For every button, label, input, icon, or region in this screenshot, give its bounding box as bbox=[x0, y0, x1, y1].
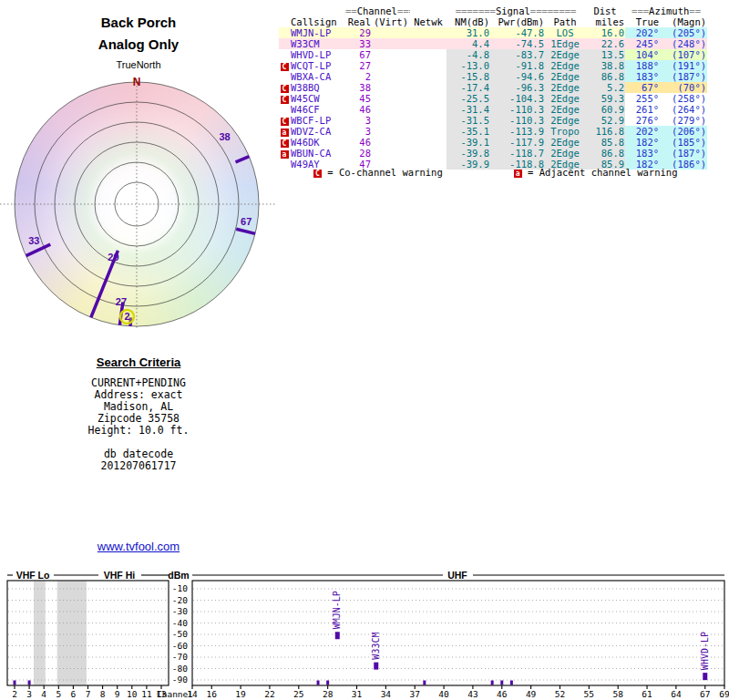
distance-cell: 85.8 bbox=[585, 137, 625, 148]
azimuth-magn-cell: (187°) bbox=[660, 148, 707, 159]
x-tick-label: 34 bbox=[381, 689, 392, 699]
x-tick-label: 69 bbox=[719, 689, 729, 699]
power-cell: -96.3 bbox=[490, 82, 545, 93]
search-criteria-line: 201207061717 bbox=[0, 460, 277, 472]
x-tick-label: 9 bbox=[115, 689, 120, 699]
warning-cell: C bbox=[279, 82, 290, 93]
azimuth-true-cell: 182° bbox=[625, 137, 660, 148]
search-criteria: Search Criteria CURRENT+PENDINGAddress: … bbox=[0, 355, 277, 472]
channel-real-cell: 29 bbox=[344, 27, 372, 38]
below-floor-marker bbox=[28, 681, 31, 685]
callsign-link[interactable]: WBCF-LP bbox=[290, 115, 344, 126]
x-tick-label: 3 bbox=[26, 689, 32, 699]
channel-real-cell: 46 bbox=[344, 137, 372, 148]
radar-plot: N38673329272 bbox=[0, 0, 282, 346]
path-cell: 2Edge bbox=[545, 148, 585, 159]
channel-real-cell: 67 bbox=[344, 49, 372, 60]
callsign-link[interactable]: WBXA-CA bbox=[290, 71, 344, 82]
network-cell bbox=[410, 104, 447, 115]
channel-real-cell: 45 bbox=[344, 93, 372, 104]
path-cell: 2Edge bbox=[545, 60, 585, 71]
legend-adjacent-text: = Adjacent channel warning bbox=[528, 167, 677, 178]
path-cell: LOS bbox=[545, 27, 585, 38]
power-cell: -118.7 bbox=[490, 148, 545, 159]
callsign-link[interactable]: W45CW bbox=[290, 93, 344, 104]
callsign-link[interactable]: WHVD-LP bbox=[290, 49, 344, 60]
azimuth-magn-cell: (107°) bbox=[660, 49, 707, 60]
noise-margin-cell: -13.0 bbox=[447, 60, 490, 71]
callsign-link[interactable]: WBUN-CA bbox=[290, 148, 344, 159]
power-cell: -91.8 bbox=[490, 60, 545, 71]
col-path: Path bbox=[545, 16, 585, 27]
noise-margin-cell: -31.5 bbox=[447, 115, 490, 126]
station-channel-label: 27 bbox=[116, 296, 127, 307]
station-table: ==Channel=== =======Signal======== Dist … bbox=[279, 5, 707, 170]
warning-cell: a bbox=[279, 126, 290, 137]
tvfool-link[interactable]: www.tvfool.com bbox=[98, 540, 180, 553]
callsign-link[interactable]: WCQT-LP bbox=[290, 60, 344, 71]
noise-margin-cell: -39.8 bbox=[447, 148, 490, 159]
distance-cell: 22.6 bbox=[585, 38, 625, 49]
noise-margin-cell: -35.1 bbox=[447, 126, 490, 137]
adjacent-channel-warning-icon: a bbox=[281, 129, 289, 137]
power-cell: -110.3 bbox=[490, 115, 545, 126]
band-label-vhf-lo: VHF Lo bbox=[16, 570, 50, 581]
vhf-shaded-band bbox=[57, 582, 87, 685]
adjacent-channel-warning-icon: a bbox=[514, 170, 522, 178]
vhf-shaded-band bbox=[34, 582, 46, 685]
azimuth-true-cell: 67° bbox=[625, 82, 660, 93]
x-tick-label: 55 bbox=[584, 689, 594, 699]
co-channel-warning-icon: C bbox=[281, 63, 289, 71]
uhf-panel-bg bbox=[192, 581, 724, 685]
channel-virt-cell bbox=[372, 71, 410, 82]
radar-ring bbox=[95, 162, 179, 246]
y-tick-label: -70 bbox=[172, 652, 188, 662]
path-cell: 2Edge bbox=[545, 137, 585, 148]
channel-real-cell: 28 bbox=[344, 148, 372, 159]
network-cell bbox=[410, 82, 447, 93]
y-tick-label: -20 bbox=[172, 595, 188, 605]
station-marker-67 bbox=[236, 229, 255, 233]
path-cell: 2Edge bbox=[545, 82, 585, 93]
callsign-link[interactable]: W33CM bbox=[290, 38, 344, 49]
x-tick-label: 25 bbox=[293, 689, 303, 699]
station-channel-label: 67 bbox=[241, 216, 252, 227]
station-channel-label: 2 bbox=[124, 311, 129, 322]
col-real: Real bbox=[344, 16, 372, 27]
callsign-link[interactable]: WDVZ-CA bbox=[290, 126, 344, 137]
power-cell: -47.8 bbox=[490, 27, 545, 38]
y-tick-label: -60 bbox=[172, 641, 188, 651]
x-tick-label: 49 bbox=[526, 689, 537, 699]
warning-cell: C bbox=[279, 115, 290, 126]
x-tick-label: 10 bbox=[127, 689, 138, 699]
azimuth-true-cell: 202° bbox=[625, 27, 660, 38]
path-cell: 2Edge bbox=[545, 71, 585, 82]
callsign-link[interactable]: W38BQ bbox=[290, 82, 344, 93]
channel-real-cell: 46 bbox=[344, 104, 372, 115]
channel-virt-cell bbox=[372, 60, 410, 71]
callsign-link[interactable]: W46CF bbox=[290, 104, 344, 115]
callsign-link[interactable]: W46DK bbox=[290, 137, 344, 148]
azimuth-magn-cell: (187°) bbox=[660, 71, 707, 82]
azimuth-magn-cell: (191°) bbox=[660, 60, 707, 71]
col-magn: (Magn) bbox=[660, 16, 707, 27]
x-tick-label: 5 bbox=[56, 689, 61, 699]
warning-cell bbox=[279, 38, 290, 49]
network-cell bbox=[410, 115, 447, 126]
distance-cell: 13.5 bbox=[585, 49, 625, 60]
x-tick-label: 28 bbox=[323, 689, 334, 699]
callsign-link[interactable]: WMJN-LP bbox=[290, 27, 344, 38]
channel-virt-cell bbox=[372, 93, 410, 104]
noise-margin-cell: -25.5 bbox=[447, 93, 490, 104]
dist-group-header: Dist bbox=[585, 5, 625, 16]
table-row: aWBUN-CA28-39.8-118.72Edge86.8183°(187°) bbox=[279, 148, 707, 159]
x-tick-label: 14 bbox=[187, 689, 198, 699]
signal-bar-WHVD-LP bbox=[703, 673, 707, 680]
network-cell bbox=[410, 71, 447, 82]
x-tick-label: 61 bbox=[642, 689, 652, 699]
x-tick-label: 6 bbox=[71, 689, 77, 699]
co-channel-warning-icon: C bbox=[281, 85, 289, 93]
power-cell: -74.5 bbox=[490, 38, 545, 49]
power-cell: -94.6 bbox=[490, 71, 545, 82]
station-marker-38 bbox=[236, 157, 250, 162]
